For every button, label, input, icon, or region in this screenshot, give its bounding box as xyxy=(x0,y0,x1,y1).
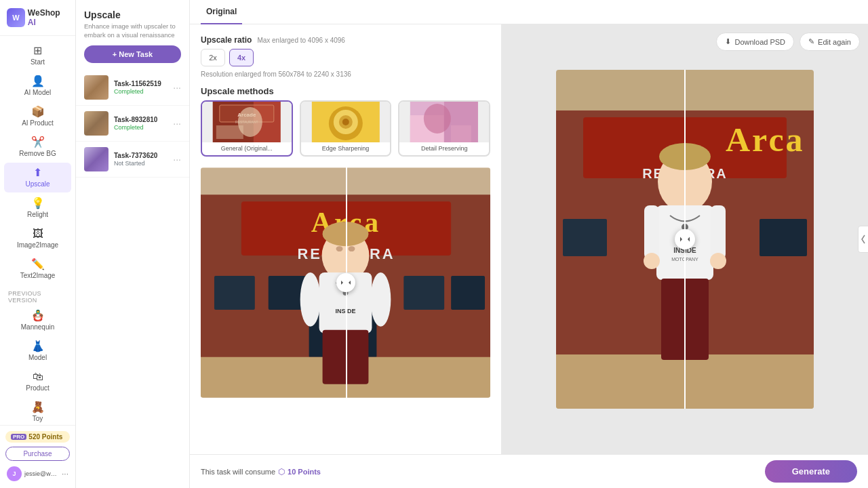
pencil-icon: ✏️ xyxy=(31,259,45,270)
main-content: Original Upscale ratio Max enlarged to 4… xyxy=(190,0,868,488)
method-thumb-general: Arcade RESTAURANT xyxy=(202,102,292,142)
new-task-button[interactable]: + New Task xyxy=(84,45,181,63)
image-icon: 🖼 xyxy=(33,228,43,239)
task-info: Task-11562519 Completed xyxy=(114,80,167,95)
task-item[interactable]: Task-8932810 Completed ··· xyxy=(76,106,189,142)
svg-rect-26 xyxy=(451,276,485,310)
task-list: Task-11562519 Completed ··· Task-8932810… xyxy=(76,70,189,488)
resolution-text: Resolution enlarged from 560x784 to 2240… xyxy=(201,70,490,78)
mannequin-icon: 🪆 xyxy=(31,310,45,321)
ratio-4x-button[interactable]: 4x xyxy=(229,49,254,66)
bag-icon: 🛍 xyxy=(33,371,43,382)
slider-handle[interactable] xyxy=(336,273,355,292)
toy-icon: 🧸 xyxy=(31,402,45,413)
tasks-header: Upscale Enhance image with upscaler to e… xyxy=(76,0,189,45)
controls-panel: Upscale ratio Max enlarged to 4096 x 409… xyxy=(190,24,502,454)
sidebar-item-ai-model[interactable]: 👤 AI Model xyxy=(4,71,71,101)
logo-icon: W xyxy=(7,8,25,27)
tasks-subtitle: Enhance image with upscaler to embark on… xyxy=(84,22,181,40)
method-label-detail: Detail Preserving xyxy=(399,142,489,155)
avatar: J xyxy=(7,466,22,481)
sidebar-item-text2image[interactable]: ✏️ Text2Image xyxy=(4,254,71,284)
upscale-icon: ⬆ xyxy=(33,167,42,178)
method-detail[interactable]: Detail Preserving xyxy=(398,100,490,157)
panel-toggle[interactable] xyxy=(858,226,868,253)
svg-rect-51 xyxy=(644,205,659,260)
methods-label: Upscale methods xyxy=(201,86,490,96)
content-area: Upscale ratio Max enlarged to 4096 x 409… xyxy=(190,24,868,454)
svg-rect-52 xyxy=(711,205,726,260)
preview-slider-handle[interactable] xyxy=(675,229,695,249)
svg-point-37 xyxy=(348,246,355,251)
svg-rect-47 xyxy=(760,219,807,256)
sidebar-item-mannequin[interactable]: 🪆 Mannequin xyxy=(4,306,71,336)
grid-icon: ⊞ xyxy=(33,45,42,56)
upscale-methods-section: Upscale methods Arcade RESTAURANT xyxy=(201,86,490,157)
svg-point-11 xyxy=(342,119,349,125)
svg-rect-16 xyxy=(451,125,471,142)
generate-button[interactable]: Generate xyxy=(765,460,857,483)
task-options-icon[interactable]: ··· xyxy=(173,154,181,165)
sidebar-item-model[interactable]: 👗 Model xyxy=(4,336,71,366)
purchase-button[interactable]: Purchase xyxy=(5,447,70,461)
ratio-row: Upscale ratio Max enlarged to 4096 x 409… xyxy=(201,35,490,45)
task-options-icon[interactable]: ··· xyxy=(173,82,181,93)
task-thumbnail xyxy=(84,75,108,100)
sidebar: W WeShop AI ⊞ Start 👤 AI Model 📦 AI Prod… xyxy=(0,0,76,488)
task-item[interactable]: Task-11562519 Completed ··· xyxy=(76,70,189,106)
preview-image-container: Arca RESTAURA xyxy=(502,24,868,454)
sidebar-item-image2image[interactable]: 🖼 Image2Image xyxy=(4,224,71,253)
ratio-2x-button[interactable]: 2x xyxy=(201,49,225,66)
svg-point-54 xyxy=(710,253,726,269)
task-status: Completed xyxy=(114,124,167,131)
task-status: Not Started xyxy=(114,160,167,167)
sidebar-item-relight[interactable]: 💡 Relight xyxy=(4,193,71,223)
points-badge: PRO 520 Points xyxy=(5,431,70,443)
method-label-general: General (Original... xyxy=(202,142,292,155)
method-edge[interactable]: Edge Sharpening xyxy=(300,100,392,157)
task-thumb-img xyxy=(84,111,108,136)
comparison-preview-wrapper: Arca RESTAURA xyxy=(201,165,490,443)
points-gem-icon: ⬡ xyxy=(278,467,285,476)
person-icon: 👤 xyxy=(31,76,45,87)
svg-point-53 xyxy=(644,253,660,269)
svg-rect-46 xyxy=(563,219,607,256)
sidebar-item-upscale[interactable]: ⬆ Upscale xyxy=(4,163,71,192)
sidebar-item-toy[interactable]: 🧸 Toy xyxy=(4,397,71,425)
task-thumbnail xyxy=(84,147,108,171)
method-general[interactable]: Arcade RESTAURANT General (Original... xyxy=(201,100,293,157)
edit-again-button[interactable]: ✎ Edit again xyxy=(800,33,860,51)
pro-badge: PRO xyxy=(11,434,26,440)
svg-point-6 xyxy=(238,107,262,137)
svg-point-32 xyxy=(300,272,321,327)
ratio-max: Max enlarged to 4096 x 4096 xyxy=(257,37,345,44)
scissors-icon: ✂️ xyxy=(31,137,45,148)
task-thumbnail xyxy=(84,111,108,136)
box-icon: 📦 xyxy=(31,106,45,117)
tasks-title: Upscale xyxy=(84,9,181,20)
tab-original[interactable]: Original xyxy=(201,0,242,24)
task-info: Task-8932810 Completed xyxy=(114,116,167,131)
method-thumb-detail xyxy=(399,102,489,142)
method-thumb-edge xyxy=(301,102,391,142)
task-thumb-img xyxy=(84,75,108,100)
sidebar-item-ai-product[interactable]: 📦 AI Product xyxy=(4,102,71,131)
task-item[interactable]: Task-7373620 Not Started ··· xyxy=(76,142,189,178)
sidebar-item-start[interactable]: ⊞ Start xyxy=(4,41,71,70)
edit-icon: ✎ xyxy=(808,37,814,46)
task-name: Task-7373620 xyxy=(114,152,167,159)
bottom-bar: This task will consume ⬡ 10 Points Gener… xyxy=(190,454,868,488)
ratio-label: Upscale ratio xyxy=(201,35,252,45)
action-buttons: ⬇ Download PSD ✎ Edit again xyxy=(716,33,860,51)
top-bar: Original xyxy=(190,0,868,24)
sidebar-item-product[interactable]: 🛍 Product xyxy=(4,367,71,396)
tasks-panel: Upscale Enhance image with upscaler to e… xyxy=(76,0,190,488)
upscale-ratio-section: Upscale ratio Max enlarged to 4096 x 409… xyxy=(201,35,490,78)
sidebar-item-remove-bg[interactable]: ✂️ Remove BG xyxy=(4,132,71,162)
consume-text: This task will consume ⬡ 10 Points xyxy=(201,467,321,476)
task-options-icon[interactable]: ··· xyxy=(173,118,181,129)
svg-point-15 xyxy=(424,104,451,134)
sidebar-footer: PRO 520 Points Purchase J jessie@we... ·… xyxy=(0,425,75,488)
download-psd-button[interactable]: ⬇ Download PSD xyxy=(716,33,794,51)
user-more-icon[interactable]: ··· xyxy=(62,469,68,479)
